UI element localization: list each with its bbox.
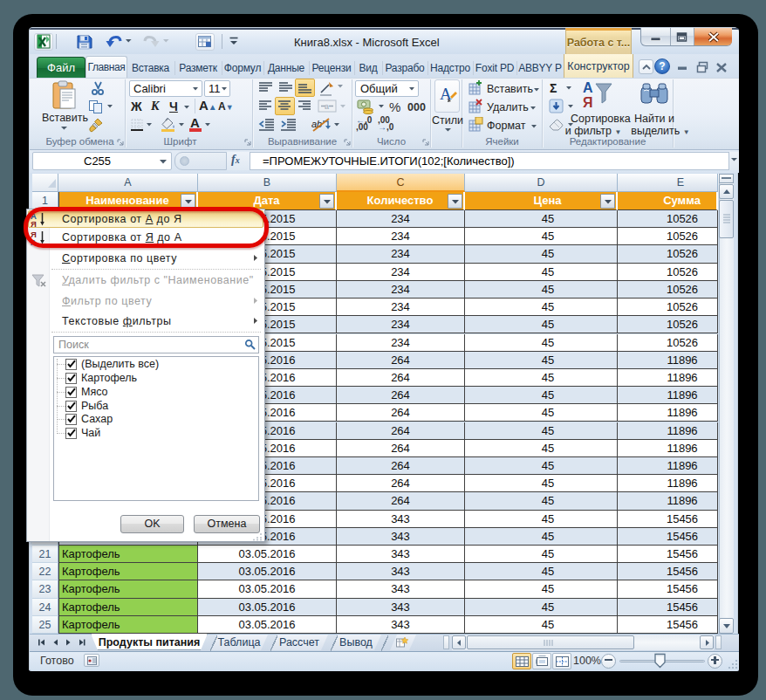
svg-text:Я: Я: [583, 95, 593, 110]
svg-text:a: a: [325, 102, 329, 111]
svg-text:А: А: [583, 80, 593, 95]
svg-text:А: А: [440, 85, 452, 103]
